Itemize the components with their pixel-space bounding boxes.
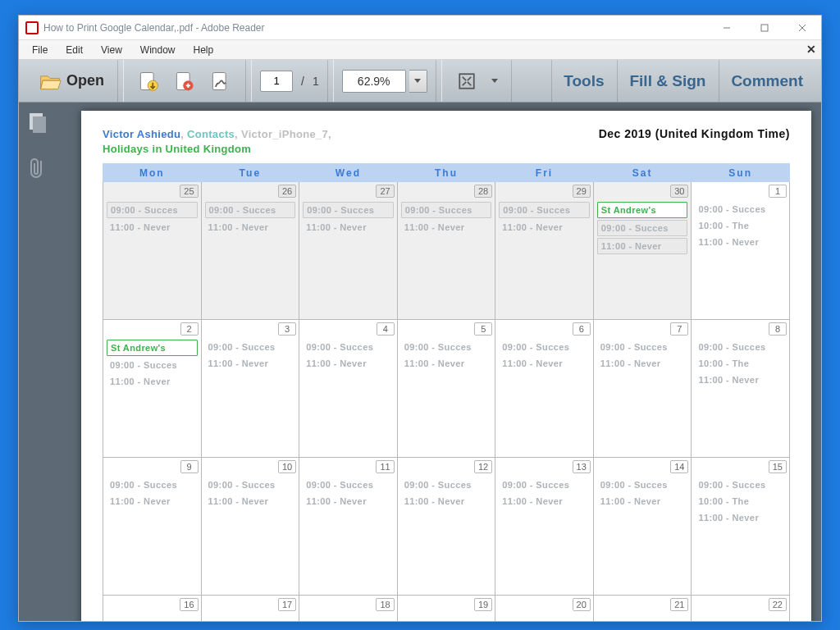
event: 09:00 - Succes	[107, 358, 198, 372]
date-badge: 2	[180, 322, 199, 336]
menu-help[interactable]: Help	[185, 42, 222, 58]
menu-edit[interactable]: Edit	[57, 42, 91, 58]
weekday-tue: Tue	[201, 164, 299, 182]
event: 11:00 - Never	[303, 356, 394, 371]
calendar-cell: 6 09:00 - Succes 11:00 - Never	[495, 320, 594, 458]
event: 11:00 - Never	[499, 356, 590, 371]
calendar-cell: 25 09:00 - Succes 11:00 - Never	[103, 182, 202, 320]
event: 09:00 - Succes	[695, 340, 786, 354]
pdf-app-icon	[25, 21, 39, 34]
owner-iphone: Victor_iPhone_7	[241, 128, 328, 140]
weekday-sat: Sat	[593, 164, 692, 182]
calendar-cell: 17	[201, 596, 299, 621]
svg-rect-8	[212, 72, 226, 89]
pdf-page: Victor Ashiedu, Contacts, Victor_iPhone_…	[81, 111, 811, 621]
window-title: How to Print Google Calendar,.pdf - Adob…	[43, 22, 708, 34]
calendar-cell: 26 09:00 - Succes 11:00 - Never	[201, 182, 299, 320]
weekday-sun: Sun	[692, 164, 790, 182]
weekday-mon: Mon	[103, 164, 202, 182]
page-separator: /	[301, 75, 304, 88]
chevron-down-icon	[414, 79, 421, 83]
fit-screen-icon	[455, 70, 478, 93]
page-number-input[interactable]	[260, 71, 293, 92]
sign-button[interactable]	[204, 66, 237, 97]
calendar-cell: 28 09:00 - Succes 11:00 - Never	[397, 182, 495, 320]
date-badge: 26	[278, 185, 296, 198]
event: 09:00 - Succes	[695, 202, 786, 217]
event: 11:00 - Never	[205, 356, 296, 371]
tab-close-icon[interactable]: ✕	[806, 43, 816, 56]
thumbnails-icon[interactable]	[28, 112, 48, 137]
calendar-cell: 13 09:00 - Succes 11:00 - Never	[495, 458, 594, 596]
calendar-cell: 12 09:00 - Succes 11:00 - Never	[397, 458, 495, 596]
menu-window[interactable]: Window	[132, 42, 184, 58]
event: 11:00 - Never	[107, 374, 198, 389]
event: 09:00 - Succes	[107, 477, 198, 492]
date-badge: 12	[474, 460, 492, 473]
weekday-fri: Fri	[495, 164, 594, 182]
weekday-header-row: Mon Tue Wed Thu Fri Sat Sun	[103, 164, 790, 182]
calendar-grid: Mon Tue Wed Thu Fri Sat Sun 25 09:00 - S…	[103, 163, 790, 621]
comment-panel-button[interactable]: Comment	[719, 60, 815, 102]
owner-name: Victor Ashiedu	[103, 128, 180, 140]
open-button[interactable]: Open	[34, 66, 109, 97]
attachments-icon[interactable]	[29, 157, 47, 183]
event: 09:00 - Succes	[597, 477, 688, 492]
close-button[interactable]	[783, 16, 821, 40]
calendar-cell: 30 St Andrew's 09:00 - Succes 11:00 - Ne…	[593, 182, 692, 320]
view-dropdown[interactable]	[486, 66, 503, 97]
svg-rect-11	[33, 116, 46, 133]
date-badge: 6	[573, 322, 591, 336]
calendar-cell: 10 09:00 - Succes 11:00 - Never	[201, 458, 299, 596]
zoom-dropdown[interactable]	[409, 70, 427, 93]
document-area: Victor Ashiedu, Contacts, Victor_iPhone_…	[19, 103, 821, 621]
date-badge: 9	[180, 460, 199, 473]
zoom-value[interactable]: 62.9%	[342, 70, 406, 93]
event: 09:00 - Succes	[303, 477, 394, 492]
owner-contacts: Contacts	[187, 128, 235, 140]
date-badge: 25	[180, 185, 198, 198]
event: 10:00 - The	[695, 356, 786, 371]
fit-screen-button[interactable]	[450, 66, 483, 97]
calendar-cell: 20	[495, 596, 594, 621]
calendar-cell: 29 09:00 - Succes 11:00 - Never	[495, 182, 594, 320]
event: 11:00 - Never	[205, 220, 296, 235]
menu-view[interactable]: View	[93, 42, 130, 58]
tools-panel-button[interactable]: Tools	[551, 60, 615, 102]
maximize-button[interactable]	[746, 16, 783, 40]
calendar-header: Victor Ashiedu, Contacts, Victor_iPhone_…	[103, 127, 790, 157]
event: 11:00 - Never	[597, 494, 688, 509]
menu-file[interactable]: File	[24, 42, 56, 58]
event: 09:00 - Succes	[205, 202, 296, 218]
date-badge: 17	[278, 598, 296, 611]
weekday-wed: Wed	[299, 164, 398, 182]
export-pdf-button[interactable]	[132, 66, 165, 97]
event: 09:00 - Succes	[401, 340, 492, 354]
date-badge: 30	[670, 185, 688, 198]
date-badge: 21	[670, 598, 688, 611]
page-viewport[interactable]: Victor Ashiedu, Contacts, Victor_iPhone_…	[57, 103, 821, 621]
calendar-cell: 15 09:00 - Succes 10:00 - The 11:00 - Ne…	[692, 458, 790, 596]
event: 11:00 - Never	[499, 494, 590, 509]
event: 11:00 - Never	[695, 510, 786, 525]
event: 09:00 - Succes	[499, 340, 590, 354]
calendar-cell: 3 09:00 - Succes 11:00 - Never	[201, 320, 299, 458]
date-badge: 13	[573, 460, 591, 473]
date-badge: 19	[474, 598, 492, 611]
signature-icon	[209, 70, 232, 93]
date-badge: 8	[769, 322, 787, 336]
event: 11:00 - Never	[303, 220, 394, 235]
convert-button[interactable]	[168, 66, 201, 97]
weekday-thu: Thu	[397, 164, 495, 182]
fill-sign-panel-button[interactable]: Fill & Sign	[617, 60, 717, 102]
convert-pdf-icon	[173, 70, 196, 93]
title-bar: How to Print Google Calendar,.pdf - Adob…	[19, 16, 821, 40]
date-badge: 5	[474, 322, 492, 336]
calendar-cell: 5 09:00 - Succes 11:00 - Never	[397, 320, 495, 458]
date-badge: 7	[670, 322, 688, 336]
event-holiday: St Andrew's	[597, 202, 688, 218]
minimize-button[interactable]	[708, 16, 746, 40]
event: 11:00 - Never	[597, 238, 688, 254]
event: 11:00 - Never	[303, 494, 394, 509]
right-panel-tools: Tools Fill & Sign Comment	[551, 60, 815, 102]
